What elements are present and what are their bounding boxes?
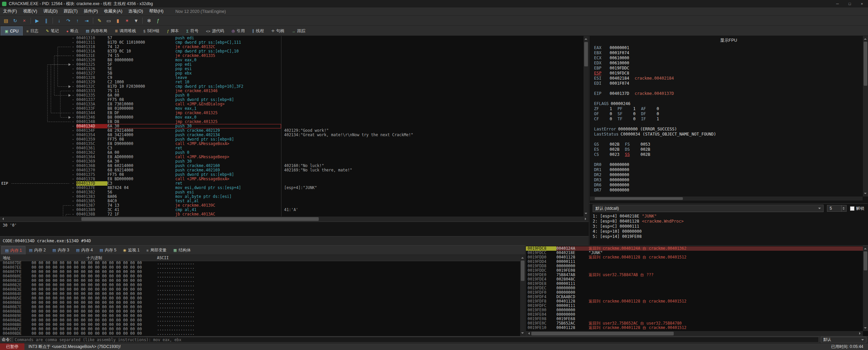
script-run-button[interactable]: ƒ <box>154 17 163 25</box>
register-line[interactable]: ESI00402184crackme.00402184 <box>594 76 861 81</box>
settings-button[interactable]: ✻ <box>144 17 154 25</box>
tab-seh[interactable]: §SEH链 <box>140 26 163 36</box>
register-line[interactable]: DR600000000 <box>594 183 861 188</box>
stack-row[interactable]: 0019FDFC00000111 <box>526 304 863 308</box>
stack-row[interactable]: 0019FE0400000000 <box>526 312 863 317</box>
argument-row[interactable]: 4: [esp+10] 00000000 <box>593 229 864 234</box>
argument-row[interactable]: 2: [esp+8] 00401128<crackme.WndProc> <box>593 219 864 224</box>
calling-convention-select[interactable]: 默认 (stdcall) <box>593 205 824 212</box>
scroll-thumb[interactable] <box>864 42 867 86</box>
tab-memory-2[interactable]: ▤内存 2 <box>25 246 49 254</box>
register-line[interactable]: EFLAGS00000246 <box>594 101 861 106</box>
tab-handles[interactable]: ✛句柄 <box>268 26 288 36</box>
stack-row[interactable]: 0019FDD800000000 <box>526 264 863 268</box>
stack-row[interactable]: 0019FDDC0019FE08 <box>526 268 863 273</box>
register-line[interactable]: EIP0040137Dcrackme.0040137D <box>594 91 861 96</box>
stack-horizontal-scrollbar[interactable] <box>526 331 863 336</box>
stack-row[interactable]: 0019FE0C75B652AC返回到 user32.75B652AC 自 us… <box>526 321 863 326</box>
filter-button[interactable]: ▼ <box>132 17 141 25</box>
scroll-left-icon[interactable] <box>527 332 530 335</box>
scroll-thumb[interactable] <box>584 42 588 66</box>
tab-locals[interactable]: ≡局部变量 <box>143 246 170 254</box>
register-line[interactable]: DR100000000 <box>594 167 861 172</box>
stack-row[interactable]: 0019FDE40028048C <box>526 277 863 282</box>
register-line[interactable]: EDX00610000 <box>594 61 861 66</box>
scroll-up-icon[interactable] <box>521 256 524 259</box>
close-button[interactable]: × <box>856 0 868 7</box>
stack-row[interactable]: 0019FDF000000000 <box>526 290 863 295</box>
scroll-left-icon[interactable] <box>1 218 4 220</box>
register-line[interactable]: CS0023SS002B <box>594 152 861 157</box>
disasm-row[interactable]: 0040138B72 1Fjb crackme.4013AC <box>0 212 584 217</box>
tab-memory-map[interactable]: ▤内存布局 <box>82 26 111 36</box>
tab-notes[interactable]: ✎笔记 <box>42 26 62 36</box>
scroll-thumb[interactable] <box>864 251 867 270</box>
dump-row[interactable]: 004008DE00 00 00 00 00 00 00 00 00 00 00… <box>0 331 195 336</box>
tab-watch-1[interactable]: ◉监视 1 <box>120 246 143 254</box>
tab-symbols[interactable]: Σ符号 <box>183 26 202 36</box>
dump-vertical-scrollbar[interactable] <box>520 255 525 336</box>
registers-vertical-scrollbar[interactable] <box>863 36 868 197</box>
scroll-right-icon[interactable] <box>585 218 588 220</box>
tab-memory-3[interactable]: ▤内存 3 <box>49 246 73 254</box>
scroll-right-icon[interactable] <box>859 332 862 335</box>
tab-script[interactable]: ƒ脚本 <box>163 26 182 36</box>
menu-item[interactable]: 跟踪(T) <box>61 8 81 14</box>
register-line[interactable]: LastStatusC0000034 (STATUS_OBJECT_NAME_N… <box>594 132 861 137</box>
scroll-thumb[interactable] <box>595 197 683 200</box>
scroll-down-icon[interactable] <box>585 213 587 215</box>
command-profile-select[interactable]: 默认 <box>821 337 866 343</box>
argument-count-spinner[interactable]: 5 <box>827 205 847 212</box>
register-line[interactable]: DR000000000 <box>594 162 861 167</box>
register-line[interactable]: ES002BDS002B <box>594 147 861 152</box>
register-line[interactable]: DR200000000 <box>594 172 861 178</box>
scroll-down-icon[interactable] <box>864 193 867 195</box>
stack-row[interactable]: 0019FDD400000111 <box>526 260 863 264</box>
step-over-button[interactable]: ↷ <box>64 17 73 25</box>
tab-threads[interactable]: ∥线程 <box>249 26 268 36</box>
annotate-button[interactable]: ✎ <box>95 17 104 25</box>
tab-trace[interactable]: →跟踪 <box>288 26 309 36</box>
disasm-vertical-scrollbar[interactable] <box>584 36 589 217</box>
scroll-up-icon[interactable] <box>864 37 867 40</box>
tab-memory-4[interactable]: ▤内存 4 <box>73 246 96 254</box>
stack-row[interactable]: 0019FDEC00000000 <box>526 286 863 290</box>
show-fpu-button[interactable]: 显示FPU <box>589 38 868 43</box>
stack-row[interactable]: 0019FDCC0040218E"JUNK" <box>526 251 863 255</box>
disasm-horizontal-scrollbar[interactable] <box>0 217 589 222</box>
argument-row[interactable]: 1: [esp+4] 0040218E"JUNK" <box>593 214 864 219</box>
argument-row[interactable]: 3: [esp+C] 00000111 <box>593 224 864 229</box>
menu-item[interactable]: 调试(D) <box>40 8 61 14</box>
stack-row[interactable]: 0019FDC80040124A返回到 crackme.0040124A 自 c… <box>526 246 863 251</box>
menu-item[interactable]: 帮助(H) <box>146 8 166 14</box>
register-line[interactable]: EBX0001F074 <box>594 50 861 56</box>
stack-row[interactable]: 0019FE080019FE68 <box>526 317 863 321</box>
unlock-checkbox-group[interactable]: 解锁 <box>850 206 864 211</box>
scroll-thumb[interactable] <box>531 332 674 335</box>
argument-row[interactable]: 5: [esp+14] 0019FE08 <box>593 234 864 239</box>
menu-item[interactable]: 插件(P) <box>81 8 101 14</box>
scroll-thumb[interactable] <box>81 217 319 221</box>
spin-up-icon[interactable] <box>843 206 845 208</box>
open-file-button[interactable]: ▤ <box>1 17 11 25</box>
tab-breakpoints[interactable]: ●断点 <box>62 26 82 36</box>
register-line[interactable]: ZF1PF1AF0 <box>594 106 861 111</box>
register-line[interactable]: ECX00610000 <box>594 56 861 61</box>
unlock-checkbox[interactable] <box>850 206 854 211</box>
stack-row[interactable]: 0019FE0000000000 <box>526 308 863 312</box>
command-input[interactable] <box>13 337 819 343</box>
scroll-up-icon[interactable] <box>864 247 867 249</box>
stack-vertical-scrollbar[interactable] <box>863 246 868 331</box>
maximize-button[interactable]: □ <box>844 0 856 7</box>
run-button[interactable]: ▶ <box>33 17 42 25</box>
stack-row[interactable]: 0019FDF4DCBAABCD <box>526 295 863 299</box>
stack-row[interactable]: 0019FDD000401128返回到 crackme.00401128 自 c… <box>526 255 863 260</box>
tab-log[interactable]: ≡日志 <box>23 26 42 36</box>
register-line[interactable]: LastError00000000 (ERROR_SUCCESS) <box>594 127 861 132</box>
register-line[interactable]: ESP0019FDC8 <box>594 71 861 76</box>
scroll-down-icon[interactable] <box>521 332 524 335</box>
spin-down-icon[interactable] <box>843 209 845 211</box>
stack-row[interactable]: 0019FDF800401128返回到 crackme.00401128 自 c… <box>526 299 863 304</box>
restart-button[interactable]: ↻ <box>11 17 20 25</box>
tab-source[interactable]: <>源代码 <box>202 26 228 36</box>
